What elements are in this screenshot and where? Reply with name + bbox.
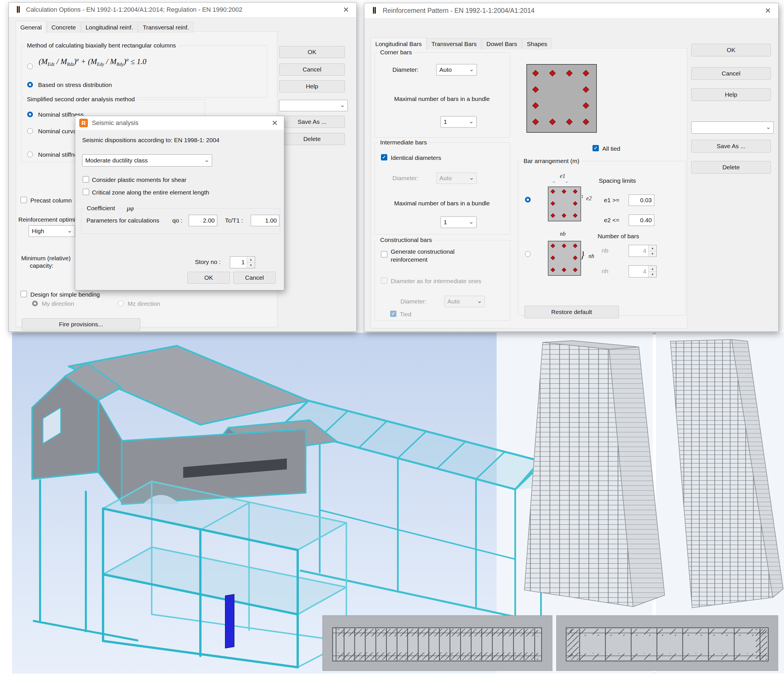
chevron-down-icon: ⌄ [469, 118, 474, 125]
cancel-button[interactable]: Cancel [279, 64, 345, 75]
calc-options-titlebar[interactable]: Ⅱ Calculation Options - EN 1992-1-1:2004… [9, 3, 356, 17]
help-button[interactable]: Help [691, 88, 771, 101]
rebar-dot [583, 119, 590, 125]
tab-longitudinal-reinf[interactable]: Longitudinal reinf. [81, 22, 138, 33]
identical-diameters-checkbox[interactable]: ✓ [381, 154, 387, 160]
spin-down-icon[interactable]: ▾ [247, 262, 255, 268]
ok-button[interactable]: OK [279, 46, 345, 58]
cancel-button[interactable]: Cancel [691, 67, 771, 80]
diameter-label: Diameter: [400, 298, 426, 305]
e1-input[interactable]: 0.03 [629, 194, 654, 206]
combo-value: High [32, 228, 44, 235]
save-as-button[interactable]: Save As ... [691, 140, 771, 152]
seismic-description: Seismic dispositions according to: EN 19… [82, 137, 220, 144]
critical-zone-checkbox[interactable]: ✓ [83, 189, 89, 195]
3d-viewport[interactable] [0, 333, 784, 674]
tc-t1-input[interactable]: 1.00 [251, 215, 279, 226]
corner-bundle-combo[interactable]: 1 ⌄ [441, 116, 477, 128]
help-button[interactable]: Help [279, 80, 345, 92]
rebar-dot [562, 244, 566, 248]
constructional-diameter-combo[interactable]: Auto ⌄ [444, 296, 485, 307]
combo-value: 1 [444, 219, 447, 226]
spin-up-icon[interactable]: ▴ [247, 257, 255, 262]
tab-shapes[interactable]: Shapes [522, 38, 552, 50]
diameter-label: Diameter: [392, 175, 419, 181]
rebar-dot [583, 70, 590, 77]
spin-down-icon[interactable]: ▾ [649, 271, 656, 277]
seismic-titlebar[interactable]: R Seismic analysis ✕ [75, 116, 284, 130]
tab-general[interactable]: General [16, 21, 46, 33]
generate-constructional-checkbox[interactable]: ✓ [381, 251, 387, 257]
spin-up-icon[interactable]: ▴ [649, 266, 656, 271]
e2-annotation: e2 [586, 195, 592, 202]
rebar-dot [551, 213, 555, 218]
radio-spacing-arrangement[interactable] [525, 197, 531, 202]
radio-biaxial-formula[interactable] [27, 64, 33, 69]
intermediate-bundle-label: Maximal number of bars in a bundle [375, 200, 509, 207]
diameter-label: Diameter: [392, 66, 419, 73]
rebar-dot [532, 102, 539, 109]
nb-spinner[interactable]: 4 ▴ ▾ [629, 245, 657, 257]
corner-diameter-combo[interactable]: Auto ⌄ [436, 64, 477, 75]
all-tied-checkbox[interactable]: ✓ [593, 145, 599, 151]
diameter-as-intermediate-label: Diameter as for intermediate ones [391, 278, 481, 285]
coefficient-label: Coefficient [85, 205, 117, 212]
spin-down-icon[interactable]: ▾ [649, 251, 656, 257]
rebar-dot [551, 268, 555, 272]
close-icon[interactable]: ✕ [266, 116, 284, 130]
reinforcement-optimization-combo[interactable]: High ⌄ [29, 225, 75, 237]
intermediate-diameter-combo[interactable]: Auto ⌄ [436, 172, 477, 184]
rebar-dot [573, 201, 578, 206]
plastic-moments-checkbox[interactable]: ✓ [83, 176, 89, 183]
radio-stress-distribution[interactable] [27, 82, 33, 88]
tab-longitudinal-bars[interactable]: Longitudinal Bars [371, 38, 426, 50]
delete-button[interactable]: Delete [279, 133, 345, 145]
close-icon[interactable]: ✕ [336, 3, 356, 17]
radio-my-direction[interactable] [32, 300, 38, 306]
radio-mz-direction[interactable] [118, 300, 124, 306]
tab-transversal-reinf[interactable]: Transversal reinf. [138, 22, 193, 33]
ok-button[interactable]: OK [188, 272, 230, 284]
radio-nominal-stiffness-2[interactable] [27, 152, 33, 157]
rebar-dot [551, 189, 555, 194]
intermediate-bundle-combo[interactable]: 1 ⌄ [441, 216, 477, 228]
qo-input[interactable]: 2.00 [189, 215, 217, 226]
bar-arrangement-group: Bar arrangement (m) e1 → ← ↕ e2 Spacing … [518, 161, 686, 316]
simple-bending-label: Design for simple bending [30, 291, 100, 298]
diameter-as-intermediate-checkbox[interactable]: ✓ [381, 277, 387, 284]
e2-input[interactable]: 0.40 [629, 214, 654, 226]
tab-transversal-bars[interactable]: Transversal Bars [427, 38, 481, 50]
spin-up-icon[interactable]: ▴ [649, 245, 656, 251]
delete-button[interactable]: Delete [691, 161, 771, 174]
restore-default-button[interactable]: Restore default [524, 306, 619, 318]
saved-patterns-combo[interactable]: ⌄ [691, 122, 774, 134]
story-spinner[interactable]: 1 ▴ ▾ [230, 256, 255, 268]
parameters-label: Parameters for calculations [86, 217, 159, 224]
fire-provisions-button[interactable]: Fire provisions... [22, 318, 140, 330]
simple-bending-checkbox[interactable]: ✓ [20, 291, 27, 297]
tied-checkbox[interactable]: ✓ [390, 311, 397, 317]
precast-column-checkbox[interactable]: ✓ [20, 197, 27, 203]
identical-diameters-label: Identical diameters [391, 155, 441, 161]
reinf-pattern-titlebar[interactable]: Ⅱ Reinforcement Pattern - EN 1992-1-1:20… [364, 3, 778, 18]
count-diagram [548, 241, 581, 276]
radio-nominal-curvature[interactable] [27, 128, 33, 134]
nh-spinner[interactable]: 4 ▴ ▾ [629, 265, 657, 277]
ok-button[interactable]: OK [691, 44, 771, 56]
tab-dowel-bars[interactable]: Dowel Bars [482, 38, 522, 50]
saved-patterns-combo[interactable]: ⌄ [279, 100, 348, 111]
seismic-title: Seismic analysis [92, 116, 138, 130]
tab-concrete[interactable]: Concrete [47, 22, 80, 33]
intermediate-bars-group: Intermediate bars ✓ Identical diameters … [375, 142, 510, 235]
constructional-bars-label: Constructional bars [378, 236, 434, 243]
cancel-button[interactable]: Cancel [233, 272, 276, 284]
close-icon[interactable]: ✕ [758, 3, 778, 18]
save-as-button[interactable]: Save As ... [279, 116, 345, 128]
ductility-class-combo[interactable]: Moderate ductility class ⌄ [82, 155, 212, 166]
radio-count-arrangement[interactable] [525, 251, 531, 257]
coefficient-group: Coefficient μφ Parameters for calculatio… [81, 208, 280, 234]
rebar-dot [549, 70, 556, 77]
radio-nominal-stiffness-1[interactable] [27, 111, 33, 117]
all-tied-label: All tied [602, 145, 620, 152]
rebar-dot [583, 102, 590, 109]
